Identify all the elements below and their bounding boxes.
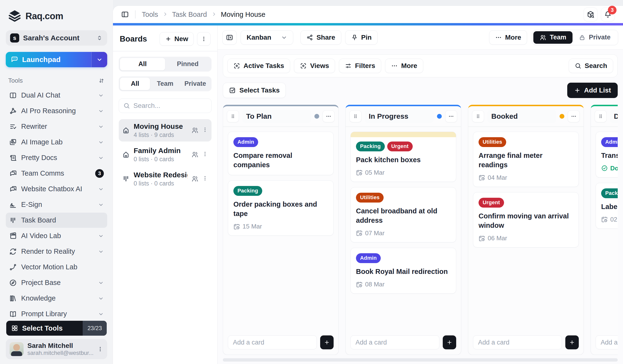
sidebar-item-ai-pro-reasoning[interactable]: AI Pro Reasoning — [6, 103, 107, 118]
task-card-confirm-moving-van-arrival-window[interactable]: Urgent Confirm moving van arrival window… — [473, 192, 579, 247]
column-menu-button[interactable] — [445, 110, 457, 122]
boards-search-input[interactable] — [134, 102, 207, 109]
scope-tab-private[interactable]: Private — [180, 78, 210, 90]
sidebar-item-project-base[interactable]: Project Base — [6, 275, 107, 290]
board-item-menu[interactable] — [202, 127, 208, 134]
accent-gradient-bar — [113, 23, 623, 25]
tab-pinned[interactable]: Pinned — [165, 58, 210, 70]
add-card-button[interactable] — [565, 335, 579, 349]
package-search-button[interactable] — [584, 7, 598, 21]
sidebar-item-knowledge[interactable]: Knowledge — [6, 291, 107, 306]
scan-eye-icon — [233, 63, 240, 69]
select-tools-button[interactable]: Select Tools 23/23 — [6, 321, 107, 336]
chev-down-icon — [98, 124, 104, 129]
sidebar-item-pretty-docs[interactable]: Pretty Docs — [6, 150, 107, 165]
views-button[interactable]: Views — [294, 59, 335, 73]
task-card-compare-removal-companies[interactable]: Admin Compare removal companies — [228, 132, 334, 175]
sort-icon[interactable] — [98, 77, 105, 84]
panel-toggle-button[interactable] — [121, 11, 129, 18]
notifications-button[interactable]: 3 — [601, 7, 615, 21]
add-card-button[interactable] — [443, 335, 456, 349]
launchpad-caret-button[interactable] — [91, 52, 107, 67]
sidebar-item-rewriter[interactable]: Rewriter — [6, 119, 107, 134]
board-item-moving-house[interactable]: Moving House 4 lists · 9 cards — [119, 119, 212, 142]
add-card-input[interactable] — [596, 335, 618, 349]
scroll-icon — [9, 154, 17, 162]
column-drag-handle[interactable] — [350, 110, 361, 122]
card-title: Order packing boxes and tape — [233, 200, 328, 218]
task-card-transfer-c[interactable]: Admin Transfer c Done — [596, 132, 618, 178]
search-icon — [575, 63, 581, 69]
kebab-menu-icon[interactable] — [97, 346, 103, 352]
board-item-menu[interactable] — [202, 151, 208, 158]
column-drag-handle[interactable] — [472, 110, 484, 122]
breadcrumb-item-tools[interactable]: Tools — [142, 11, 158, 19]
task-card-book-royal-mail-redirection[interactable]: Admin Book Royal Mail redirection 08 Mar — [351, 248, 456, 294]
scope-tab-team[interactable]: Team — [150, 78, 180, 90]
sidebar-item-ai-video-lab[interactable]: AI Video Lab — [6, 228, 107, 243]
breadcrumb-item-moving-house[interactable]: Moving House — [221, 11, 265, 19]
column-title-field[interactable]: To Plan — [242, 110, 311, 123]
task-card-arrange-final-meter-readings[interactable]: Utilities Arrange final meter readings 0… — [473, 132, 579, 187]
logo-text: Raq.com — [25, 11, 63, 21]
more-button[interactable]: More — [385, 59, 423, 73]
collapse-panel-button[interactable] — [222, 30, 237, 45]
more-button[interactable]: More — [489, 30, 527, 45]
scope-tab-all[interactable]: All — [120, 78, 150, 90]
boards-search[interactable] — [119, 99, 212, 113]
horizontal-scrollbar[interactable] — [223, 358, 618, 362]
share-button[interactable]: Share — [300, 30, 341, 45]
chev-down-icon — [98, 202, 104, 208]
column-menu-button[interactable] — [568, 110, 580, 122]
add-card-input[interactable] — [228, 335, 317, 349]
column-title-field[interactable]: Booked — [488, 110, 556, 123]
sidebar-item-team-comms[interactable]: Team Comms 3 — [6, 166, 107, 181]
sidebar-item-vector-motion-lab[interactable]: Vector Motion Lab — [6, 259, 107, 275]
launchpad-button[interactable]: Launchpad — [6, 52, 107, 67]
sidebar-item-prompt-library[interactable]: Prompt Library — [6, 306, 107, 318]
add-list-button[interactable]: Add List — [567, 83, 618, 98]
pin-button[interactable]: Pin — [345, 30, 378, 45]
column-menu-button[interactable] — [323, 110, 334, 122]
sidebar-item-website-chatbox-ai[interactable]: Website Chatbox AI — [6, 181, 107, 196]
board-item-family-admin[interactable]: Family Admin 0 lists · 0 cards — [119, 143, 212, 166]
column-title-field[interactable]: In Progress — [365, 110, 434, 123]
task-card-order-packing-boxes-and-tape[interactable]: Packing Order packing boxes and tape 15 … — [228, 180, 334, 236]
board-item-website-redesign-ta[interactable]: Website Redesign Ta... 0 lists · 0 cards — [119, 168, 212, 190]
sidebar-item-dual-ai-chat[interactable]: Dual AI Chat — [6, 88, 107, 103]
add-card-input[interactable] — [351, 335, 439, 349]
column-title-field[interactable]: Done — [610, 110, 618, 123]
sidebar-item-task-board[interactable]: Task Board — [6, 213, 107, 228]
view-select[interactable]: Kanban — [241, 30, 293, 45]
visibility-team[interactable]: Team — [533, 31, 573, 44]
tag-utilities: Utilities — [479, 137, 506, 147]
task-card-pack-kitchen-boxes[interactable]: PackingUrgent Pack kitchen boxes 05 Mar — [351, 132, 456, 182]
filters-button[interactable]: Filters — [339, 59, 381, 73]
sidebar-item-render-to-reality[interactable]: Render to Reality — [6, 244, 107, 259]
tag-packing: Packing — [601, 188, 618, 198]
column-drag-handle[interactable] — [595, 110, 607, 122]
task-card-cancel-broadband-at-old-address[interactable]: Utilities Cancel broadband at old addres… — [351, 187, 456, 242]
visibility-private[interactable]: Private — [573, 31, 617, 44]
chev-down-icon — [98, 92, 104, 98]
account-switcher[interactable]: s Sarah's Account — [6, 30, 107, 46]
select-tasks-button[interactable]: Select Tasks — [223, 83, 286, 98]
sidebar-item-e-sign[interactable]: E-Sign — [6, 197, 107, 212]
user-card[interactable]: Sarah Mitchell sarah.mitchell@westbur... — [6, 339, 107, 359]
launchpad-chat-icon — [11, 56, 18, 64]
signature-icon — [9, 201, 17, 209]
add-card-button[interactable] — [320, 335, 334, 349]
boards-menu-button[interactable] — [197, 32, 211, 46]
card-title: Cancel broadband at old address — [356, 206, 451, 225]
tab-all[interactable]: All — [120, 58, 165, 70]
breadcrumb-item-task-board[interactable]: Task Board — [172, 11, 207, 19]
active-tasks-button[interactable]: Active Tasks — [227, 59, 290, 73]
column-drag-handle[interactable] — [227, 110, 239, 122]
task-card-label-stor[interactable]: Packing Label stor 02 Mar — [596, 183, 618, 229]
cal-clock-icon — [356, 281, 363, 288]
board-item-menu[interactable] — [202, 175, 208, 182]
add-card-input[interactable] — [473, 335, 562, 349]
new-board-button[interactable]: New — [160, 32, 194, 46]
search-button[interactable]: Search — [569, 59, 613, 73]
sidebar-item-ai-image-lab[interactable]: AI Image Lab — [6, 134, 107, 150]
